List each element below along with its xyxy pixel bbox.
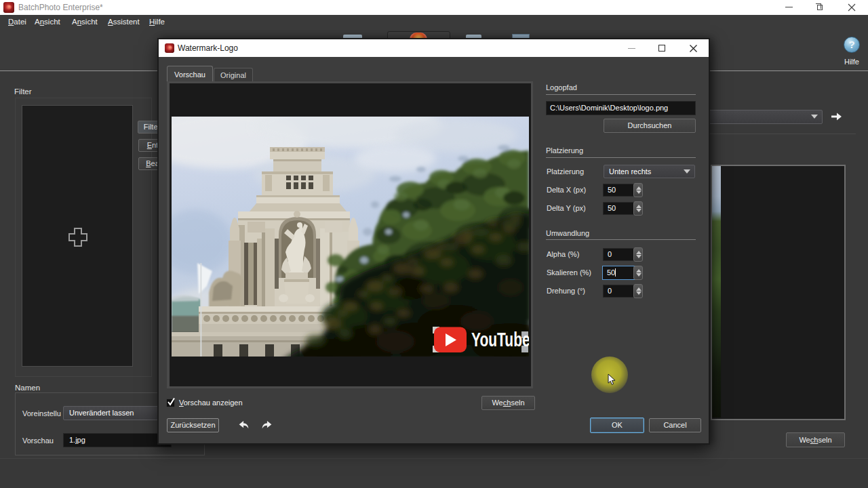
svg-text:YouTube: YouTube <box>471 328 529 350</box>
